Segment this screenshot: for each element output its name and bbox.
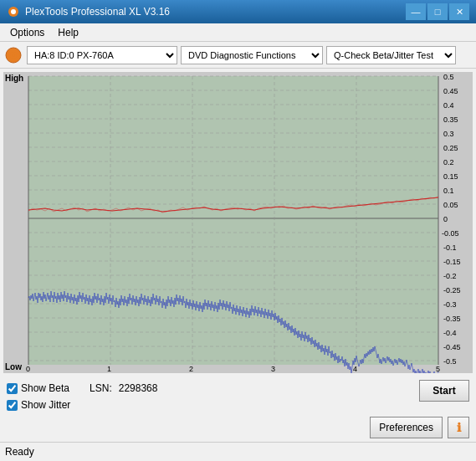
menu-bar: Options Help [0, 23, 476, 42]
svg-point-4 [12, 54, 15, 57]
svg-text:3: 3 [271, 365, 275, 373]
maximize-button[interactable]: □ [427, 3, 448, 20]
info-button[interactable]: ℹ [448, 417, 469, 438]
bottom-panel: Show Beta LSN: 2298368 Show Jitter Start… [0, 376, 476, 442]
svg-text:0.45: 0.45 [443, 87, 458, 95]
svg-text:0.1: 0.1 [443, 187, 454, 195]
drive-select[interactable]: HA:8 ID:0 PX-760A [27, 46, 177, 64]
svg-text:2: 2 [189, 365, 193, 373]
preferences-button[interactable]: Preferences [370, 417, 443, 438]
svg-text:-0.15: -0.15 [443, 258, 461, 266]
svg-text:-0.1: -0.1 [443, 243, 457, 252]
svg-text:0.15: 0.15 [443, 172, 458, 181]
svg-text:0: 0 [26, 365, 30, 373]
svg-text:-0.05: -0.05 [442, 229, 459, 238]
show-jitter-label[interactable]: Show Jitter [21, 399, 70, 411]
svg-text:1: 1 [107, 365, 111, 373]
svg-text:-0.4: -0.4 [443, 329, 457, 337]
window-title: PlexTools Professional XL V3.16 [25, 6, 406, 18]
svg-text:0: 0 [443, 215, 448, 223]
drive-icon[interactable] [3, 45, 23, 65]
show-jitter-row: Show Jitter [7, 397, 157, 413]
app-icon [7, 5, 20, 18]
close-button[interactable]: ✕ [449, 3, 469, 20]
svg-text:4: 4 [353, 365, 357, 373]
checkboxes-column: Show Beta LSN: 2298368 Show Jitter [7, 380, 157, 413]
toolbar: HA:8 ID:0 PX-760A DVD Diagnostic Functio… [0, 42, 476, 69]
svg-text:0.5: 0.5 [443, 73, 454, 81]
menu-help[interactable]: Help [51, 25, 85, 40]
show-jitter-checkbox[interactable] [7, 400, 18, 411]
svg-text:0.25: 0.25 [443, 144, 458, 152]
minimize-button[interactable]: — [406, 3, 426, 20]
lsn-label: LSN: [90, 382, 112, 394]
info-icon: ℹ [457, 421, 461, 434]
svg-text:-0.2: -0.2 [443, 272, 457, 280]
chart-area: High Low 0.5 [3, 72, 473, 373]
svg-text:-0.25: -0.25 [443, 286, 461, 295]
svg-text:-0.35: -0.35 [443, 315, 461, 323]
actions-column: Start [157, 380, 469, 402]
window-controls: — □ ✕ [406, 3, 469, 20]
title-bar: PlexTools Professional XL V3.16 — □ ✕ [0, 0, 476, 23]
menu-options[interactable]: Options [3, 25, 51, 40]
svg-text:0.2: 0.2 [443, 158, 454, 166]
lsn-value: 2298368 [119, 382, 158, 394]
svg-point-1 [11, 9, 16, 14]
svg-text:-0.5: -0.5 [443, 357, 457, 366]
svg-text:0.3: 0.3 [443, 130, 454, 138]
show-beta-row: Show Beta LSN: 2298368 [7, 380, 157, 397]
status-bar: Ready [0, 442, 476, 460]
svg-text:0.4: 0.4 [443, 101, 454, 110]
test-select[interactable]: Q-Check Beta/Jitter Test [326, 46, 456, 64]
svg-text:-0.3: -0.3 [443, 300, 457, 309]
show-beta-label[interactable]: Show Beta [21, 382, 69, 394]
show-beta-checkbox[interactable] [7, 383, 18, 394]
svg-rect-5 [28, 76, 438, 365]
function-select[interactable]: DVD Diagnostic Functions [181, 46, 323, 64]
chart-svg: 0.5 0.45 0.4 0.35 0.3 0.25 0.2 0.15 0.1 … [3, 72, 473, 373]
svg-text:0.05: 0.05 [443, 201, 458, 209]
svg-text:0.35: 0.35 [443, 115, 458, 124]
status-text: Ready [5, 446, 34, 458]
start-button[interactable]: Start [419, 380, 469, 402]
svg-text:-0.45: -0.45 [443, 343, 461, 351]
